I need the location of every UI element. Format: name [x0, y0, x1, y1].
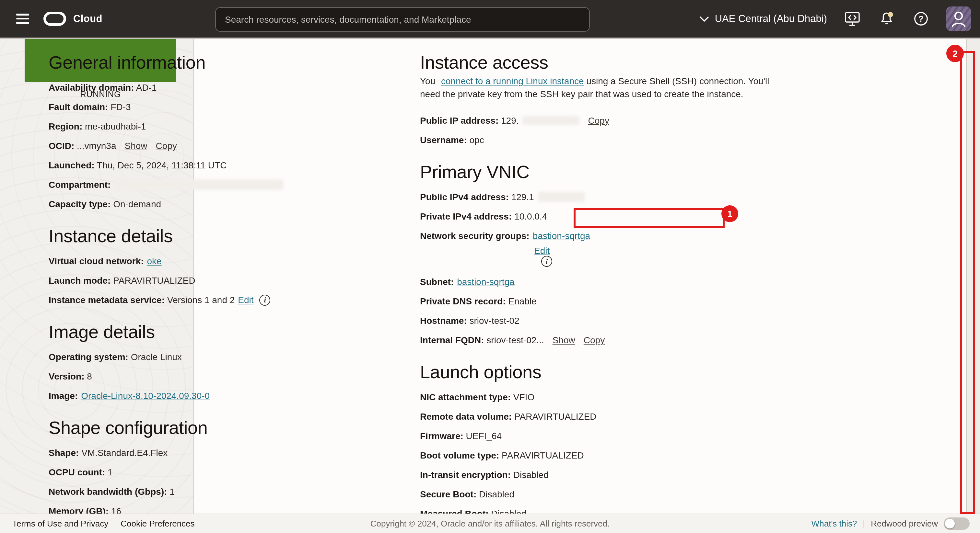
section-title: Instance access	[420, 53, 793, 73]
notification-badge	[888, 12, 893, 17]
field-value: PARAVIRTUALIZED	[499, 450, 584, 460]
notifications-bell-icon	[878, 11, 895, 27]
field-label: OCID:	[49, 141, 74, 151]
field-subline: Edit	[534, 246, 793, 256]
field-row: OCID: ...vmyn3aShowCopy	[49, 136, 389, 155]
field-value: FD-3	[108, 102, 131, 112]
field-label: Internal FQDN:	[420, 335, 484, 345]
field-label: Image:	[49, 390, 78, 401]
action-link[interactable]: Copy	[588, 115, 609, 125]
field-label: Secure Boot:	[420, 489, 476, 499]
field-row: Instance metadata service: Versions 1 an…	[49, 290, 389, 309]
hamburger-menu-button[interactable]	[16, 14, 29, 24]
field-row: Internal FQDN: sriov-test-02...ShowCopy	[420, 330, 793, 350]
chevron-down-icon	[699, 16, 709, 22]
redwood-preview-toggle[interactable]	[944, 517, 970, 530]
redacted-value	[115, 179, 283, 190]
info-icon[interactable]: i	[259, 294, 270, 305]
search-input[interactable]	[216, 8, 589, 31]
resource-link[interactable]: oke	[147, 256, 162, 266]
action-link[interactable]: Copy	[584, 335, 605, 345]
resource-link[interactable]: bastion-sqrtga	[457, 276, 514, 287]
redacted-value	[538, 192, 585, 202]
search-box	[215, 7, 590, 32]
action-link[interactable]: Copy	[156, 141, 177, 151]
developer-tools-button[interactable]	[843, 10, 861, 28]
region-selector[interactable]: UAE Central (Abu Dhabi)	[699, 13, 827, 25]
resource-link[interactable]: Oracle-Linux-8.10-2024.09.30-0	[81, 390, 210, 401]
logo-text[interactable]: Cloud	[73, 13, 102, 25]
field-value: Versions 1 and 2	[165, 295, 235, 305]
field-label: Virtual cloud network:	[49, 256, 144, 266]
field-label: Private IPv4 address:	[420, 211, 512, 222]
field-label: In-transit encryption:	[420, 470, 511, 480]
page-content: RUNNING General informationAvailability …	[0, 39, 980, 514]
field-row: Remote data volume: PARAVIRTUALIZED	[420, 407, 793, 426]
oracle-logo[interactable]	[43, 12, 66, 26]
cookie-preferences-link[interactable]: Cookie Preferences	[121, 519, 194, 528]
field-label: Network bandwidth (Gbps):	[49, 486, 167, 497]
field-value: Disabled	[511, 470, 549, 480]
field-value: sriov-test-02...	[484, 335, 544, 345]
field-row: Private DNS record: Enable	[420, 292, 793, 311]
annotation-rect-2	[960, 51, 975, 514]
column-left: General informationAvailability domain: …	[49, 39, 389, 521]
field-row: Capacity type: On-demand	[49, 194, 389, 214]
field-value: 129.1	[509, 192, 534, 202]
section-title: Primary VNIC	[420, 163, 793, 182]
help-button[interactable]: ?	[912, 10, 930, 28]
resource-link[interactable]: Edit	[238, 295, 253, 305]
field-value: Oracle Linux	[128, 352, 182, 362]
field-value: Disabled	[476, 489, 514, 499]
footer-divider: |	[863, 519, 865, 528]
field-value: PARAVIRTUALIZED	[110, 275, 195, 286]
redwood-preview-label: Redwood preview	[871, 519, 938, 528]
copyright-text: Copyright © 2024, Oracle and/or its affi…	[371, 514, 609, 533]
field-row: Virtual cloud network:oke	[49, 251, 389, 271]
region-label: UAE Central (Abu Dhabi)	[715, 13, 827, 25]
annotation-box-1	[574, 208, 725, 228]
field-value: Thu, Dec 5, 2024, 11:38:11 UTC	[95, 160, 227, 170]
field-value: ...vmyn3a	[74, 141, 116, 151]
section-title: Image details	[49, 322, 389, 342]
field-label: Operating system:	[49, 352, 128, 362]
terms-link[interactable]: Terms of Use and Privacy	[12, 519, 108, 528]
field-label: Subnet:	[420, 276, 454, 287]
field-value: VM.Standard.E4.Flex	[79, 447, 167, 458]
action-link[interactable]: Show	[552, 335, 575, 345]
field-label: Availability domain:	[49, 82, 134, 93]
topbar: Cloud UAE Central (Abu Dhabi)	[0, 0, 980, 39]
section-title: Instance details	[49, 227, 389, 246]
info-icon[interactable]: i	[541, 256, 552, 267]
field-row: In-transit encryption: Disabled	[420, 465, 793, 484]
action-link[interactable]: Show	[125, 141, 148, 151]
field-label: Capacity type:	[49, 199, 110, 209]
notifications-button[interactable]	[878, 10, 896, 28]
resource-link[interactable]: connect to a running Linux instance	[441, 76, 584, 86]
field-label: Hostname:	[420, 316, 467, 326]
field-value: You	[420, 76, 438, 86]
field-label: Username:	[420, 135, 467, 145]
profile-avatar[interactable]	[946, 6, 971, 31]
resource-link[interactable]: Edit	[534, 246, 550, 256]
field-row: Firmware: UEFI_64	[420, 426, 793, 446]
field-label: Region:	[49, 121, 82, 132]
field-value: opc	[467, 135, 484, 145]
field-label: Remote data volume:	[420, 411, 512, 422]
annotation-badge-1: 1	[721, 205, 738, 222]
field-value: sriov-test-02	[467, 316, 520, 326]
toggle-knob	[945, 519, 955, 528]
field-row: Launch mode: PARAVIRTUALIZED	[49, 271, 389, 290]
field-row: Version: 8	[49, 366, 389, 386]
field-row: Boot volume type: PARAVIRTUALIZED	[420, 446, 793, 465]
field-row: Public IPv4 address: 129.1	[420, 187, 793, 206]
section-paragraph: You connect to a running Linux instance …	[420, 75, 784, 100]
field-value: UEFI_64	[463, 431, 502, 441]
field-label: Fault domain:	[49, 102, 108, 112]
field-value: me-abudhabi-1	[82, 121, 146, 132]
resource-link[interactable]: bastion-sqrtga	[533, 230, 590, 241]
field-row: Region: me-abudhabi-1	[49, 117, 389, 136]
annotation-badge-2: 2	[946, 45, 964, 62]
field-value: 1	[167, 486, 175, 497]
whats-this-link[interactable]: What's this?	[811, 519, 857, 528]
